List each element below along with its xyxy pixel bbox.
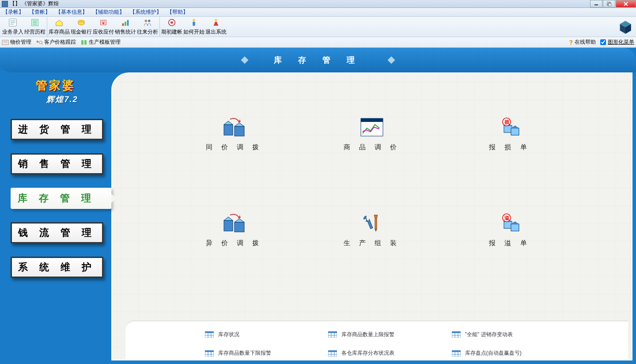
svg-rect-47 (328, 350, 337, 352)
minimize-button[interactable] (590, 0, 602, 8)
svg-rect-26 (361, 118, 383, 122)
toolbar-secondary: 物价管理 客户价格跟踪 生产模板管理 ? 在线帮助 图形化菜单 (0, 37, 636, 48)
svg-rect-31 (224, 220, 233, 231)
app-label: 商 品 调 价 (344, 143, 401, 152)
svg-rect-45 (205, 350, 214, 352)
svg-rect-18 (2, 40, 8, 45)
logo-line2: 辉煌7.2 (7, 94, 104, 105)
link-lower-alert[interactable]: 库存商品数量下限报警 (205, 347, 310, 360)
online-help-link[interactable]: 在线帮助 (575, 38, 596, 46)
sidebar-inventory[interactable]: 库 存 管 理 (11, 188, 111, 209)
tb-inventory[interactable]: 库存商品 (48, 17, 70, 37)
brand-cube-icon (617, 19, 633, 35)
tb2-price-mgmt[interactable]: 物价管理 (2, 38, 31, 46)
svg-text:¥: ¥ (102, 21, 105, 25)
sidebar-finance[interactable]: 钱 流 管 理 (11, 222, 103, 243)
sidebar-sales[interactable]: 销 售 管 理 (11, 153, 103, 174)
svg-point-12 (145, 20, 148, 23)
svg-text:损: 损 (504, 119, 510, 125)
link-upper-alert[interactable]: 库存商品数量上限报警 (328, 328, 434, 341)
overflow-icon: 溢 (498, 213, 522, 233)
graphical-menu-label: 图形化菜单 (608, 38, 634, 46)
link-stocktake[interactable]: 库存盘点(自动盘赢盘亏) (452, 347, 557, 360)
svg-rect-28 (511, 128, 519, 135)
diamond-icon (387, 57, 395, 64)
help-icon[interactable]: ? (569, 39, 573, 46)
svg-rect-22 (84, 40, 87, 45)
sidebar-purchase[interactable]: 进 货 管 理 (11, 119, 103, 140)
tb-contacts[interactable]: 往来分析 (136, 17, 159, 37)
svg-rect-41 (328, 331, 337, 333)
app-label: 报 溢 单 (489, 239, 530, 247)
svg-point-20 (39, 41, 42, 43)
svg-rect-11 (127, 20, 129, 26)
app-same-price-transfer[interactable]: 同 价 调 拨 (174, 118, 294, 152)
tb-business-entry[interactable]: 业务录入 (2, 17, 24, 37)
titlebar: 【】 《管家婆》辉煌 (0, 0, 636, 8)
svg-text:溢: 溢 (504, 215, 509, 220)
svg-point-15 (170, 21, 173, 24)
link-warehouse-dist[interactable]: 各仓库库存分布状况表 (328, 347, 434, 360)
chart-icon (360, 118, 384, 137)
tb2-cust-price-track[interactable]: 客户价格跟踪 (36, 38, 76, 46)
svg-rect-23 (224, 125, 233, 135)
menubar: 【录帐】 【查帐】 【基本信息】 【辅助功能】 【系统维护】 【帮助】 (0, 8, 636, 17)
menu-system[interactable]: 【系统维护】 (130, 8, 162, 16)
loss-icon: 损 (498, 118, 522, 137)
svg-rect-2 (608, 3, 611, 6)
tb-exit[interactable]: 退出系统 (205, 17, 227, 37)
sidebar: 管家婆 辉煌7.2 进 货 管 理 销 售 管 理 库 存 管 理 钱 流 管 … (0, 48, 111, 364)
menu-query[interactable]: 【查帐】 (29, 8, 50, 16)
tb-initial[interactable]: 期初建帐 (161, 17, 183, 37)
bottom-panel: 库存状况 库存商品数量上限报警 "全能" 进销存变动表 库存商品数量下限报警 各… (125, 321, 628, 360)
app-label: 异 价 调 拨 (206, 239, 263, 247)
app-diff-price-transfer[interactable]: 异 价 调 拨 (174, 213, 294, 247)
tb2-template-mgmt[interactable]: 生产模板管理 (80, 38, 121, 46)
svg-rect-9 (122, 23, 124, 26)
link-full-report[interactable]: "全能" 进销存变动表 (452, 328, 557, 341)
banner-title: 库 存 管 理 (274, 55, 362, 65)
app-label: 同 价 调 拨 (206, 143, 263, 152)
menu-basic[interactable]: 【基本信息】 (56, 8, 87, 16)
tb-sales-stats[interactable]: 销售统计 (114, 17, 136, 37)
svg-rect-27 (504, 125, 512, 133)
tools-icon (360, 213, 384, 233)
svg-rect-34 (504, 221, 512, 228)
app-loss-report[interactable]: 损 报 损 单 (450, 118, 570, 152)
warehouse-swap-icon (222, 118, 246, 137)
tb-receivable[interactable]: ¥应收应付 (92, 17, 114, 37)
tb-cash[interactable]: 现金银行 (70, 17, 92, 37)
app-icon (2, 1, 8, 7)
tb-history[interactable]: 经营历程 (24, 17, 46, 37)
svg-rect-21 (81, 40, 83, 45)
app-assembly[interactable]: 生 产 组 装 (312, 213, 432, 247)
menu-record[interactable]: 【录帐】 (3, 8, 24, 16)
logo: 管家婆 辉煌7.2 (5, 74, 106, 110)
app-price-adjust[interactable]: 商 品 调 价 (312, 118, 432, 152)
logo-line1: 管家婆 (7, 78, 104, 93)
main-area: 库 存 管 理 管家婆 辉煌7.2 进 货 管 理 销 售 管 理 库 存 管 … (0, 48, 636, 364)
close-button[interactable] (616, 0, 636, 8)
tb-howto[interactable]: 如何开始 (183, 17, 205, 37)
svg-point-6 (78, 22, 85, 25)
warehouse-swap-icon (222, 213, 246, 233)
svg-rect-24 (235, 126, 244, 136)
link-stock-status[interactable]: 库存状况 (205, 328, 310, 341)
app-label: 生 产 组 装 (344, 239, 401, 247)
svg-rect-32 (235, 222, 244, 232)
graphical-menu-checkbox[interactable] (600, 39, 606, 45)
svg-rect-43 (452, 331, 461, 333)
svg-point-16 (193, 19, 195, 22)
diamond-icon (241, 57, 249, 64)
menu-help[interactable]: 【帮助】 (167, 8, 188, 16)
app-overflow-report[interactable]: 溢 报 溢 单 (450, 213, 570, 247)
window-title: 【】 《管家婆》辉煌 (10, 0, 59, 8)
menu-assist[interactable]: 【辅助功能】 (93, 8, 125, 16)
svg-rect-49 (452, 350, 461, 352)
maximize-button[interactable] (603, 0, 615, 8)
content-panel: 同 价 调 拨 商 品 调 价 损 报 损 单 异 价 调 拨 生 产 组 装 … (111, 72, 632, 360)
svg-point-17 (215, 19, 217, 22)
toolbar-primary: 业务录入 经营历程 库存商品 现金银行 ¥应收应付 销售统计 往来分析 期初建帐… (0, 17, 636, 37)
sidebar-system[interactable]: 系 统 维 护 (11, 257, 103, 278)
svg-point-19 (37, 41, 39, 43)
